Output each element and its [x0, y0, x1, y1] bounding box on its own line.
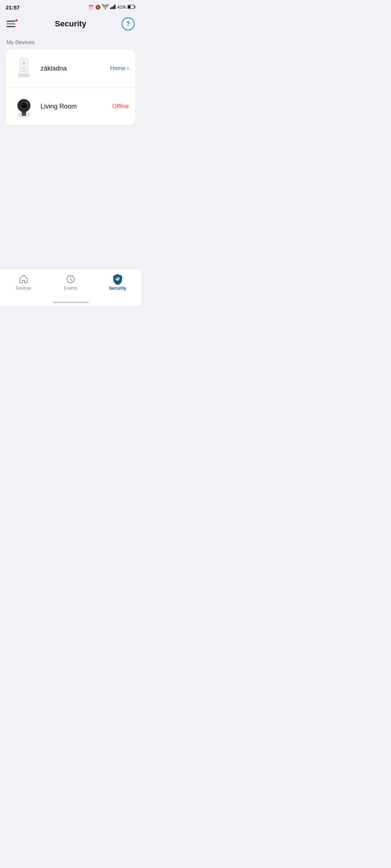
svg-point-18	[22, 104, 24, 105]
content-area: My Devices eufy zá	[0, 36, 141, 269]
devices-nav-icon	[18, 274, 29, 284]
device-status-zakladna: Home ›	[110, 65, 129, 72]
svg-rect-2	[113, 6, 114, 9]
status-bar: 21:57 ⏰ 🔕 41%	[0, 0, 141, 13]
devices-card: eufy základna Home ›	[6, 50, 135, 125]
bottom-nav: Devices Events Security	[0, 269, 141, 300]
svg-point-19	[26, 102, 28, 103]
nav-item-security[interactable]: Security	[94, 272, 141, 293]
page-title: Security	[20, 19, 122, 29]
svg-rect-5	[135, 6, 135, 8]
security-nav-label: Security	[109, 286, 126, 291]
home-indicator	[52, 302, 89, 303]
base-station-icon: eufy	[14, 56, 33, 81]
battery-icon	[127, 5, 135, 10]
device-name-zakladna: základna	[41, 65, 105, 72]
events-nav-label: Events	[64, 286, 77, 291]
device-status-living-room: Offline	[112, 103, 129, 110]
security-nav-icon	[113, 274, 123, 284]
svg-rect-0	[110, 8, 111, 9]
alarm-icon: ⏰	[88, 5, 94, 10]
menu-notification-dot	[15, 19, 18, 22]
device-row-living-room[interactable]: Living Room Offline	[6, 88, 135, 125]
status-time: 21:57	[6, 4, 20, 10]
battery-percent: 41%	[117, 5, 126, 10]
menu-line-2	[7, 24, 15, 25]
chevron-icon-zakladna: ›	[127, 65, 129, 72]
svg-rect-8	[20, 58, 28, 62]
device-image-zakladna: eufy	[12, 55, 35, 81]
svg-rect-1	[112, 7, 113, 9]
svg-point-10	[23, 67, 25, 68]
section-my-devices-label: My Devices	[6, 39, 135, 45]
events-nav-icon	[66, 274, 76, 284]
device-name-living-room: Living Room	[41, 103, 107, 110]
svg-rect-3	[114, 5, 115, 9]
svg-text:eufy: eufy	[22, 70, 26, 72]
menu-line-1	[7, 21, 15, 22]
svg-rect-11	[18, 74, 30, 77]
header: Security ?	[0, 13, 141, 36]
svg-rect-15	[22, 111, 26, 116]
device-image-living-room	[12, 93, 35, 119]
signal-icon	[110, 5, 116, 10]
nav-item-devices[interactable]: Devices	[0, 272, 47, 293]
status-icons: ⏰ 🔕 41%	[88, 4, 135, 10]
mute-icon: 🔕	[95, 5, 101, 10]
home-indicator-bar	[0, 300, 141, 305]
menu-button[interactable]	[7, 17, 20, 30]
device-row-zakladna[interactable]: eufy základna Home ›	[6, 50, 135, 88]
camera-icon	[14, 94, 34, 119]
devices-nav-label: Devices	[16, 286, 31, 291]
svg-point-22	[117, 278, 118, 280]
svg-point-9	[23, 62, 25, 64]
svg-rect-6	[128, 5, 131, 8]
menu-line-3	[7, 26, 15, 27]
wifi-icon	[102, 4, 109, 10]
help-button[interactable]: ?	[122, 17, 135, 30]
nav-item-events[interactable]: Events	[47, 272, 94, 293]
